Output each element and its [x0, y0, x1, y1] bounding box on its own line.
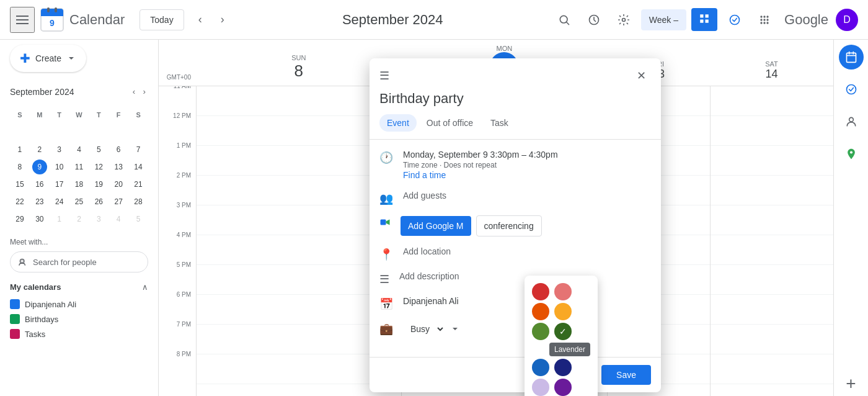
- mini-cal-day[interactable]: 25: [69, 193, 89, 210]
- mini-cal-day[interactable]: 15: [10, 176, 30, 193]
- mini-cal-day[interactable]: 2: [30, 141, 50, 158]
- svg-rect-10: [700, 14, 703, 17]
- mini-cal-day[interactable]: 9: [30, 158, 50, 176]
- svg-point-25: [21, 260, 24, 263]
- calendar-item-dipanjenah[interactable]: Dipanjenah Ali: [10, 297, 148, 312]
- right-sidebar: +: [833, 40, 868, 396]
- mini-cal-day[interactable]: 4: [69, 141, 89, 158]
- dialog-close-button[interactable]: ✕: [631, 66, 651, 86]
- timeslot-7pm: 7 PM: [159, 325, 196, 354]
- apps-button[interactable]: [752, 7, 777, 32]
- mini-cal-next[interactable]: ›: [141, 84, 148, 99]
- color-tangerine[interactable]: [532, 303, 549, 320]
- search-people-field[interactable]: Search for people: [10, 251, 148, 272]
- mini-cal-day[interactable]: 2: [69, 210, 89, 228]
- mini-cal-day[interactable]: 7: [128, 141, 148, 158]
- my-calendars-chevron[interactable]: ∧: [142, 282, 148, 292]
- add-conferencing-button[interactable]: conferencing: [476, 215, 542, 236]
- color-peacock[interactable]: [532, 359, 549, 376]
- mini-cal-day: [89, 124, 108, 141]
- dialog-top-bar: ☰ ✕: [370, 58, 661, 91]
- mini-cal-day[interactable]: 23: [30, 193, 50, 210]
- add-google-meet-button[interactable]: Add Google M: [401, 216, 471, 236]
- mini-cal-day[interactable]: 4: [108, 210, 128, 228]
- find-time-link[interactable]: Find a time: [403, 170, 446, 180]
- dialog-guests-info: Add guests: [403, 191, 651, 200]
- color-basil-wrapper: [554, 323, 572, 340]
- grid-view-button[interactable]: [691, 8, 717, 31]
- right-sidebar-check-icon[interactable]: [839, 77, 864, 102]
- mini-cal-day[interactable]: 21: [128, 176, 148, 193]
- settings-button[interactable]: [611, 7, 636, 32]
- mini-cal-day[interactable]: 28: [128, 193, 148, 210]
- week-view-button[interactable]: Week –: [641, 9, 686, 30]
- right-sidebar-maps-icon[interactable]: [839, 142, 864, 166]
- color-grape[interactable]: [554, 379, 572, 396]
- mini-cal-prev[interactable]: ‹: [130, 84, 138, 99]
- right-sidebar-calendar-icon[interactable]: [839, 45, 864, 70]
- mini-cal-day[interactable]: 20: [108, 176, 128, 193]
- mini-cal-day[interactable]: 5: [128, 210, 148, 228]
- mini-cal-day[interactable]: 26: [89, 193, 108, 210]
- search-button[interactable]: [552, 7, 577, 32]
- mini-cal-day[interactable]: 8: [10, 158, 30, 176]
- calendar-item-tasks[interactable]: Tasks: [10, 326, 148, 341]
- create-button[interactable]: ✚ Create: [10, 45, 86, 72]
- weekday-w: W: [69, 106, 89, 124]
- mini-cal-day[interactable]: 16: [30, 176, 50, 193]
- meet-section: Meet with... Search for people: [10, 238, 148, 272]
- right-sidebar-add-button[interactable]: +: [839, 371, 864, 396]
- right-sidebar-people-icon[interactable]: [839, 109, 864, 134]
- mini-cal-day[interactable]: 29: [10, 210, 30, 228]
- calendar-item-birthdays[interactable]: Birthdays: [10, 312, 148, 326]
- timeslot-12pm: 12 PM: [159, 116, 196, 146]
- mini-cal-day[interactable]: 6: [108, 141, 128, 158]
- location-text[interactable]: Add location: [403, 246, 451, 256]
- mini-cal-day[interactable]: 11: [69, 158, 89, 176]
- mini-cal-day[interactable]: 17: [50, 176, 69, 193]
- guests-text[interactable]: Add guests: [403, 191, 651, 200]
- color-tomato[interactable]: [532, 283, 549, 300]
- color-lavender[interactable]: [532, 379, 549, 396]
- description-text[interactable]: Add description: [399, 271, 459, 281]
- color-sage[interactable]: [532, 323, 549, 340]
- save-button[interactable]: Save: [601, 365, 651, 385]
- prev-nav-button[interactable]: ‹: [189, 9, 211, 31]
- mini-cal-day[interactable]: 10: [50, 158, 69, 176]
- task-icon-button[interactable]: [722, 7, 747, 32]
- color-banana[interactable]: [554, 303, 572, 320]
- mini-cal-day[interactable]: 22: [10, 193, 30, 210]
- mini-cal-day[interactable]: 1: [10, 141, 30, 158]
- tab-out-of-office[interactable]: Out of office: [419, 114, 480, 132]
- mini-cal-day[interactable]: 1: [50, 210, 69, 228]
- mini-cal-day[interactable]: 3: [89, 210, 108, 228]
- tab-event[interactable]: Event: [379, 114, 417, 132]
- today-button[interactable]: Today: [140, 9, 184, 30]
- mini-cal-day[interactable]: 27: [108, 193, 128, 210]
- mini-cal-day[interactable]: 30: [30, 210, 50, 228]
- user-avatar[interactable]: D: [836, 9, 858, 31]
- color-basil[interactable]: [554, 323, 572, 340]
- mini-cal-day[interactable]: 12: [89, 158, 108, 176]
- busy-select[interactable]: Busy Free: [403, 321, 445, 337]
- my-calendars-section: My calendars ∧ Dipanjenah Ali Birthdays …: [10, 282, 148, 341]
- mini-cal-day[interactable]: 19: [89, 176, 108, 193]
- mini-cal-day[interactable]: 13: [108, 158, 128, 176]
- tab-task[interactable]: Task: [483, 114, 516, 132]
- mini-cal-day[interactable]: 5: [89, 141, 108, 158]
- mini-cal-day[interactable]: 3: [50, 141, 69, 158]
- clock-button[interactable]: [582, 7, 606, 32]
- svg-rect-26: [381, 220, 386, 225]
- mini-cal-day[interactable]: 14: [128, 158, 148, 176]
- calendar-logo: 9: [40, 7, 64, 32]
- next-nav-button[interactable]: ›: [211, 9, 234, 31]
- mini-cal-day: [30, 124, 50, 141]
- logo-text: Calendar: [69, 12, 125, 28]
- time-column: 11 AM 12 PM 1 PM 2 PM 3 PM 4 PM 5 PM 6 P…: [159, 86, 196, 396]
- mini-cal-day[interactable]: 18: [69, 176, 89, 193]
- mini-cal-day: [108, 124, 128, 141]
- color-flamingo[interactable]: [554, 283, 572, 300]
- hamburger-menu[interactable]: [10, 7, 35, 33]
- color-blueberry[interactable]: [554, 359, 572, 376]
- mini-cal-day[interactable]: 24: [50, 193, 69, 210]
